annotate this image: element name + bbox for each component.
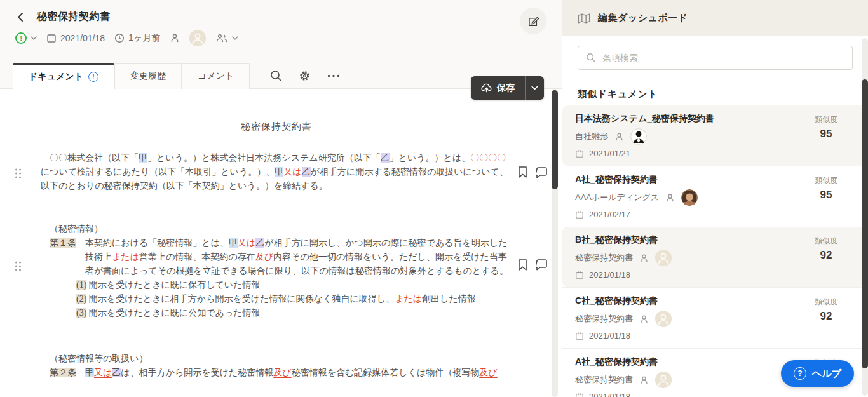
similar-doc-date: 2021/01/18: [589, 392, 630, 397]
document-meta-row: !2021/01/181ヶ月前: [0, 24, 562, 46]
app-window: 秘密保持契約書 !2021/01/181ヶ月前 ドキュメント!変更履歴コメント …: [0, 0, 868, 397]
similar-doc-title: 日本法務システム_秘密保持契約書: [575, 113, 855, 124]
doc-annotated-text: 及び: [479, 368, 497, 377]
similar-doc-date: 2021/02/17: [589, 210, 630, 219]
doc-annotated-text: 乙: [255, 238, 264, 248]
similar-document-item[interactable]: 日本法務システム_秘密保持契約書 自社雛形 2021/01/21 類似度 95: [562, 105, 868, 166]
search-icon[interactable]: [270, 70, 282, 82]
clause-search-box[interactable]: [578, 46, 853, 70]
doc-text: [76, 368, 85, 377]
similarity-value: 95: [815, 128, 837, 140]
tab-label: ドキュメント: [29, 71, 83, 83]
doc-text: 創出した情報: [422, 294, 476, 304]
tab-コメント[interactable]: コメント: [182, 63, 250, 89]
gear-icon[interactable]: [299, 70, 311, 82]
similar-doc-title: C社_秘密保持契約書: [575, 295, 855, 307]
doc-row: (2) 開示を受けたときに相手方から開示を受けた情報に関係なく独自に取得し、また…: [41, 292, 512, 306]
tab-ドキュメント[interactable]: ドキュメント!: [13, 63, 114, 89]
cloud-upload-icon: [481, 83, 492, 93]
doc-text: 開示を受けたときに既に公知であった情報: [86, 308, 260, 318]
drag-handle-icon[interactable]: [14, 260, 22, 269]
person-icon: [639, 375, 649, 385]
similar-document-item[interactable]: B社_秘密保持契約書 秘密保持契約書 2021/01/18 類似度 92: [562, 227, 868, 287]
person-icon: [170, 33, 180, 43]
doc-text: 」という。）と株式会社日本法務システム研究所（以下「: [147, 153, 381, 163]
calendar-icon: [575, 332, 584, 340]
ellipsis-icon[interactable]: [327, 74, 340, 77]
doc-section-heading: （秘密情報等の取扱い）: [50, 352, 512, 366]
bookmark-icon[interactable]: [517, 166, 528, 178]
doc-text: 」という。）とは、: [390, 153, 471, 163]
meta-status-ok-icon[interactable]: !: [15, 32, 37, 44]
meta-label: 1ヶ月前: [128, 32, 160, 44]
person-icon: [639, 253, 649, 263]
doc-annotated-text: 乙: [302, 167, 311, 177]
similarity-value: 95: [815, 189, 837, 201]
similar-doc-date: 2021/01/21: [589, 149, 630, 158]
question-icon: ?: [794, 367, 806, 380]
comment-icon[interactable]: [536, 166, 548, 178]
document-panel: 秘密保持契約書 !2021/01/181ヶ月前 ドキュメント!変更履歴コメント …: [0, 0, 562, 397]
help-button[interactable]: ? ヘルプ: [781, 360, 854, 387]
dashboard-header: 編集ダッシュボード: [562, 0, 868, 36]
map-icon: [578, 13, 590, 24]
save-button-label: 保存: [497, 83, 515, 94]
dashboard-scrollbar-thumb[interactable]: [862, 79, 868, 368]
title-row: 秘密保持契約書: [0, 0, 562, 24]
chevron-down-icon: [31, 36, 37, 40]
edit-document-button[interactable]: [520, 8, 546, 34]
similar-doc-subrow: 秘密保持契約書: [575, 311, 855, 327]
tab-変更履歴[interactable]: 変更履歴: [114, 63, 182, 89]
document-scrollbar[interactable]: [552, 89, 558, 397]
meta-clock-icon: 1ヶ月前: [114, 32, 160, 44]
comment-icon[interactable]: [536, 259, 548, 271]
chevron-down-icon: [232, 36, 238, 40]
doc-text: 営業上の情報、本契約の存在: [139, 252, 255, 262]
meta-people-icon[interactable]: [215, 33, 238, 43]
save-options-chevron[interactable]: [525, 76, 544, 100]
similarity-score: 類似度 95: [815, 175, 837, 201]
similarity-label: 類似度: [815, 297, 837, 307]
save-button-group: 保存: [471, 76, 544, 100]
doc-annotated-text: 又は: [94, 368, 112, 377]
similar-doc-daterow: 2021/01/18: [575, 392, 855, 397]
similarity-label: 類似度: [815, 175, 837, 186]
similar-doc-subtitle: AAAホールディングス: [575, 192, 659, 203]
doc-text: は、相手方から開示を受けた秘密情報: [121, 368, 273, 377]
drag-handle-icon[interactable]: [14, 168, 22, 177]
status-ok-icon: !: [15, 32, 27, 44]
meta-person-icon: [170, 33, 180, 43]
similarity-label: 類似度: [815, 236, 837, 246]
avatar: [655, 250, 672, 266]
doc-annotated-text: 又は: [238, 238, 255, 248]
clause-search-area: [562, 36, 868, 79]
document-scrollbar-thumb[interactable]: [552, 90, 558, 189]
doc-section-heading: （秘密情報）: [50, 222, 512, 236]
calendar-icon: [575, 149, 584, 158]
doc-list: (3) 開示を受けたときに既に公知であった情報: [76, 306, 512, 320]
similar-document-item[interactable]: C社_秘密保持契約書 秘密保持契約書 2021/01/18 類似度 92: [562, 287, 868, 348]
back-icon[interactable]: [15, 11, 28, 24]
save-button[interactable]: 保存: [471, 76, 525, 100]
doc-annotated-text: 乙: [381, 153, 390, 163]
avatar: [655, 311, 672, 327]
people-icon: [215, 33, 228, 43]
calendar-icon: [575, 271, 584, 279]
bookmark-icon[interactable]: [517, 259, 528, 271]
person-icon: [614, 132, 624, 142]
doc-row: (3) 開示を受けたときに既に公知であった情報: [41, 306, 512, 320]
clause-search-input[interactable]: [602, 53, 844, 63]
avatar: [655, 372, 672, 388]
similarity-score: 類似度 92: [815, 236, 837, 262]
document-canvas[interactable]: 秘密保持契約書 〇〇株式会社（以下「甲」という。）と株式会社日本法務システム研究…: [0, 89, 562, 397]
calendar-icon: [575, 393, 584, 397]
similar-doc-date: 2021/01/18: [589, 331, 630, 340]
similar-doc-subtitle: 秘密保持契約書: [575, 313, 633, 325]
avatar: [681, 189, 698, 206]
dashboard-scrollbar[interactable]: [862, 38, 868, 396]
doc-row: (1) 開示を受けたときに既に保有していた情報: [41, 278, 512, 292]
similar-doc-daterow: 2021/02/17: [575, 210, 855, 219]
similar-document-item[interactable]: A社_秘密保持契約書 AAAホールディングス 2021/02/17 類似度 95: [562, 166, 868, 227]
doc-para: 〇〇株式会社（以下「甲」という。）と株式会社日本法務システム研究所（以下「乙」と…: [41, 151, 512, 193]
calendar-icon: [46, 33, 57, 43]
